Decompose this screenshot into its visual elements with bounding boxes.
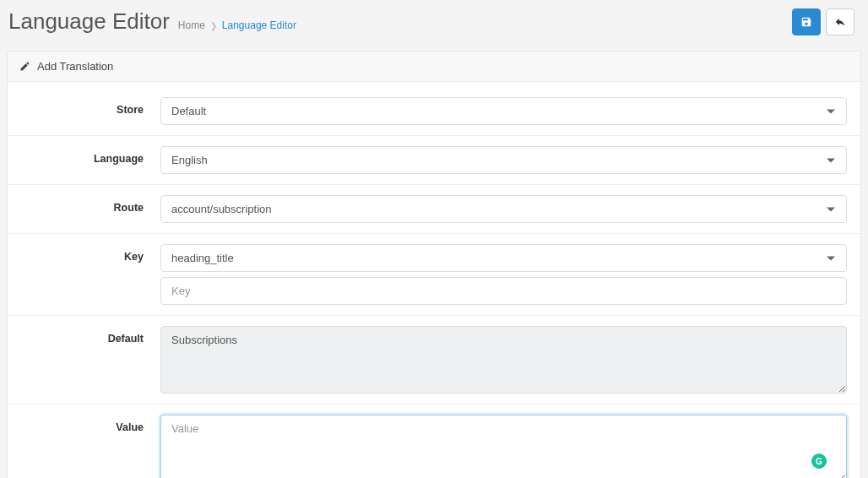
grammarly-icon[interactable] (811, 454, 827, 469)
route-label: Route (21, 195, 160, 214)
value-label: Value (21, 415, 160, 433)
form-row-store: Store Default (8, 87, 860, 136)
language-label: Language (21, 146, 160, 165)
form-row-route: Route account/subscription (8, 185, 860, 234)
panel-body: Store Default Language English Rou (8, 82, 860, 478)
key-select[interactable]: heading_title (160, 244, 847, 272)
save-icon (800, 16, 812, 28)
value-textarea[interactable] (160, 415, 847, 478)
store-select[interactable]: Default (160, 97, 847, 125)
form-row-language: Language English (8, 136, 860, 185)
breadcrumb-current[interactable]: Language Editor (222, 19, 296, 31)
key-label: Key (21, 244, 160, 263)
chevron-right-icon: ❯ (210, 21, 217, 30)
route-select[interactable]: account/subscription (160, 195, 847, 223)
store-label: Store (21, 97, 160, 116)
panel-title: Add Translation (37, 60, 113, 73)
form-panel: Add Translation Store Default Language E… (7, 51, 861, 478)
form-row-key: Key heading_title (8, 234, 860, 316)
form-row-value: Value (8, 405, 860, 478)
default-label: Default (21, 326, 160, 345)
language-select[interactable]: English (160, 146, 847, 174)
page-title: Language Editor (8, 8, 170, 35)
pencil-icon (19, 61, 30, 72)
page-header-left: Language Editor Home ❯ Language Editor (8, 8, 296, 35)
reply-icon (834, 16, 846, 28)
page-header: Language Editor Home ❯ Language Editor (0, 0, 868, 44)
key-input[interactable] (160, 277, 847, 305)
header-actions (792, 8, 860, 35)
form-row-default: Default Subscriptions (8, 316, 860, 405)
breadcrumb: Home ❯ Language Editor (178, 19, 296, 31)
back-button[interactable] (826, 8, 854, 35)
panel-heading: Add Translation (8, 52, 860, 82)
save-button[interactable] (792, 8, 821, 35)
default-textarea: Subscriptions (160, 326, 847, 394)
breadcrumb-home[interactable]: Home (178, 19, 205, 31)
